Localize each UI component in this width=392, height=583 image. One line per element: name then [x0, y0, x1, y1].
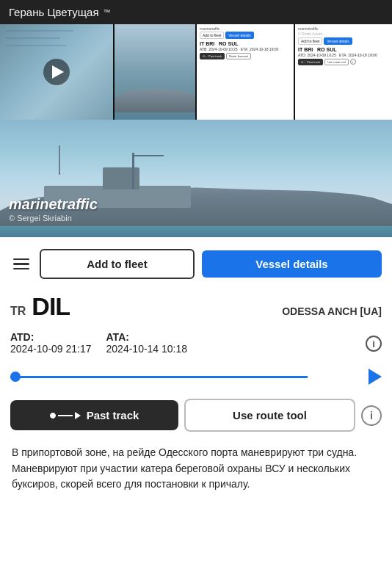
hamburger-menu[interactable] — [10, 256, 32, 273]
ata-label: ATA: — [106, 331, 188, 343]
header-title: Герань Цветущая — [9, 6, 99, 18]
ata-value: 2024-10-14 10:18 — [106, 343, 188, 355]
mini-past-track-1: ⊙→ Past track — [200, 53, 225, 59]
mini-route-tool-2: Use route tool — [324, 59, 349, 65]
vessel-flag-name: TR DIL — [10, 292, 70, 321]
atd-block: ATD: 2024-10-09 21:17 — [10, 331, 92, 355]
add-to-fleet-button[interactable]: Add to fleet — [40, 249, 195, 279]
thumbnail-card-2[interactable]: marinetraffic © Dmitri Arisim... Add to … — [295, 24, 392, 120]
mini-add-fleet: Add to fleet — [200, 32, 224, 39]
vessel-info-row: TR DIL ODESSA ANCH [UA] — [10, 292, 382, 321]
header-bar: Герань Цветущая ™ — [0, 0, 392, 24]
vessel-flag: TR — [10, 305, 26, 318]
description-text: В припортовой зоне, на рейде Одесского п… — [10, 445, 382, 493]
mini-route-tool-1: Route forecast — [226, 53, 251, 59]
past-track-dot — [50, 413, 56, 419]
track-arrow-row — [10, 368, 382, 385]
main-ship-image: marinetraffic © Sergei Skriabin — [0, 120, 392, 237]
hamburger-line-1 — [13, 258, 29, 261]
vessel-name: DIL — [32, 292, 70, 321]
main-card: Add to fleet Vessel details TR DIL ODESS… — [0, 237, 392, 503]
vessel-destination: ODESSA ANCH [UA] — [282, 305, 382, 317]
mini-past-track-2: ⊙→ Past track — [298, 59, 323, 65]
atd-value: 2024-10-09 21:17 — [10, 343, 92, 355]
mini-add-fleet-2: Add to fleet — [298, 37, 322, 45]
mini-vessel-details-2: Vessel details — [324, 37, 352, 45]
thumbnail-ship-1[interactable] — [115, 24, 195, 120]
track-arrow-head — [369, 369, 382, 385]
action-row: Add to fleet Vessel details — [10, 249, 382, 279]
past-track-label: Past track — [87, 409, 139, 421]
track-line — [10, 376, 382, 378]
photo-credit: © Sergei Skriabin — [9, 214, 98, 222]
route-tool-info-icon[interactable]: i — [361, 405, 382, 426]
waterline — [0, 226, 392, 237]
use-route-tool-button[interactable]: Use route tool — [184, 399, 355, 432]
ata-block: ATA: 2024-10-14 10:18 — [106, 331, 188, 355]
past-track-button[interactable]: Past track — [10, 400, 178, 430]
ata-info-icon[interactable]: i — [366, 336, 382, 352]
hamburger-line-3 — [13, 268, 29, 270]
hamburger-line-2 — [13, 263, 29, 265]
past-track-line-seg — [58, 415, 73, 416]
vessel-details-button[interactable]: Vessel details — [202, 250, 382, 278]
mini-vessel-details: Vessel details — [225, 32, 254, 39]
past-track-arrow-head — [75, 412, 81, 419]
bottom-buttons: Past track Use route tool i — [10, 399, 382, 432]
brand-name: marinetraffic — [9, 196, 98, 213]
atd-label: ATD: — [10, 331, 92, 343]
past-track-icon — [50, 412, 81, 419]
time-row: ATD: 2024-10-09 21:17 ATA: 2024-10-14 10… — [10, 331, 382, 355]
thumbnail-card-1[interactable]: marinetraffic Add to fleet Vessel detail… — [197, 24, 294, 120]
brand-overlay: marinetraffic © Sergei Skriabin — [9, 196, 98, 222]
thumbnails-row: marinetraffic Add to fleet Vessel detail… — [0, 24, 392, 120]
header-tm: ™ — [104, 8, 111, 16]
thumbnail-map-video[interactable] — [0, 24, 113, 120]
